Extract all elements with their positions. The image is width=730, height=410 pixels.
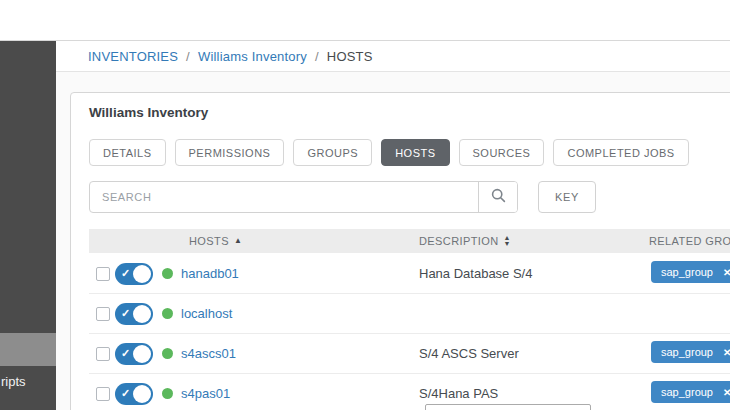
host-description: S/4Hana PAS — [419, 386, 498, 401]
remove-group-icon[interactable]: ✕ — [723, 267, 730, 278]
breadcrumb-hosts: HOSTS — [327, 49, 373, 64]
host-enabled-toggle[interactable]: ✓ — [115, 263, 153, 285]
group-badge[interactable]: sap_group ✕ — [651, 341, 730, 363]
host-name-link[interactable]: hanadb01 — [181, 266, 239, 281]
search-row: KEY — [89, 181, 596, 213]
toggle-knob — [133, 345, 151, 363]
breadcrumb-separator: / — [315, 49, 319, 64]
sort-both-icon: ▲▼ — [504, 235, 511, 247]
table-row: ✓ s4ascs01 S/4 ASCS Server sap_group ✕ — [89, 333, 730, 374]
row-checkbox[interactable] — [96, 307, 110, 321]
remove-group-icon[interactable]: ✕ — [723, 347, 730, 358]
group-badge[interactable]: sap_group ✕ — [651, 381, 730, 403]
group-badge-label: sap_group — [661, 266, 713, 278]
tab-details[interactable]: DETAILS — [89, 139, 166, 166]
sidebar-item-highlight[interactable] — [0, 333, 56, 366]
table-row: ✓ hanadb01 Hana Database S/4 sap_group ✕ — [89, 253, 730, 294]
host-status-dot — [162, 268, 173, 279]
toggle-knob — [133, 385, 151, 403]
column-header-related-groups[interactable]: RELATED GROUPS — [649, 229, 730, 253]
table-row: ✓ localhost — [89, 293, 730, 334]
search-icon — [491, 188, 506, 206]
row-checkbox[interactable] — [96, 387, 110, 401]
search-input[interactable] — [90, 182, 478, 212]
table-header: HOSTS ▲ DESCRIPTION ▲▼ RELATED GROUPS — [89, 229, 730, 253]
key-button[interactable]: KEY — [538, 181, 596, 213]
host-enabled-toggle[interactable]: ✓ — [115, 343, 153, 365]
host-name-link[interactable]: localhost — [181, 306, 232, 321]
group-badge[interactable]: sap_group ✕ — [651, 261, 730, 283]
host-enabled-toggle[interactable]: ✓ — [115, 383, 153, 405]
sidebar-item-inventory-scripts[interactable]: ripts — [1, 374, 26, 389]
group-badge-label: sap_group — [661, 386, 713, 398]
host-status-dot — [162, 308, 173, 319]
host-status-dot — [162, 388, 173, 399]
toggle-knob — [133, 305, 151, 323]
table-row: ✓ s4pas01 S/4Hana PAS sap_group ✕ — [89, 373, 730, 410]
toggle-check-icon: ✓ — [121, 387, 130, 400]
tab-permissions[interactable]: PERMISSIONS — [175, 139, 285, 166]
tab-groups[interactable]: GROUPS — [293, 139, 372, 166]
column-header-hosts[interactable]: HOSTS ▲ — [189, 229, 242, 253]
tab-sources[interactable]: SOURCES — [459, 139, 545, 166]
host-name-link[interactable]: s4ascs01 — [181, 346, 236, 361]
toggle-check-icon: ✓ — [121, 267, 130, 280]
tab-completed-jobs[interactable]: COMPLETED JOBS — [553, 139, 688, 166]
column-header-description[interactable]: DESCRIPTION ▲▼ — [419, 229, 511, 253]
toggle-knob — [133, 265, 151, 283]
group-badge-label: sap_group — [661, 346, 713, 358]
toggle-check-icon: ✓ — [121, 347, 130, 360]
breadcrumb-williams-inventory[interactable]: Williams Inventory — [198, 49, 307, 64]
search-group — [89, 181, 518, 213]
page-title: Williams Inventory — [89, 105, 208, 120]
remove-group-icon[interactable]: ✕ — [723, 387, 730, 398]
host-enabled-toggle[interactable]: ✓ — [115, 303, 153, 325]
popover-partial — [425, 404, 591, 410]
toggle-check-icon: ✓ — [121, 307, 130, 320]
inventory-panel: Williams Inventory DETAILS PERMISSIONS G… — [70, 92, 730, 410]
tab-bar: DETAILS PERMISSIONS GROUPS HOSTS SOURCES… — [89, 139, 689, 166]
host-description: Hana Database S/4 — [419, 266, 532, 281]
search-button[interactable] — [478, 182, 517, 212]
breadcrumb: INVENTORIES / Williams Inventory / HOSTS — [56, 41, 730, 72]
host-description: S/4 ASCS Server — [419, 346, 519, 361]
host-name-link[interactable]: s4pas01 — [181, 386, 230, 401]
sidebar: ripts — [0, 41, 56, 410]
breadcrumb-inventories[interactable]: INVENTORIES — [88, 49, 178, 64]
breadcrumb-separator: / — [186, 49, 190, 64]
row-checkbox[interactable] — [96, 267, 110, 281]
tab-hosts[interactable]: HOSTS — [381, 139, 449, 166]
sort-ascending-icon: ▲ — [234, 237, 242, 245]
row-checkbox[interactable] — [96, 347, 110, 361]
host-status-dot — [162, 348, 173, 359]
